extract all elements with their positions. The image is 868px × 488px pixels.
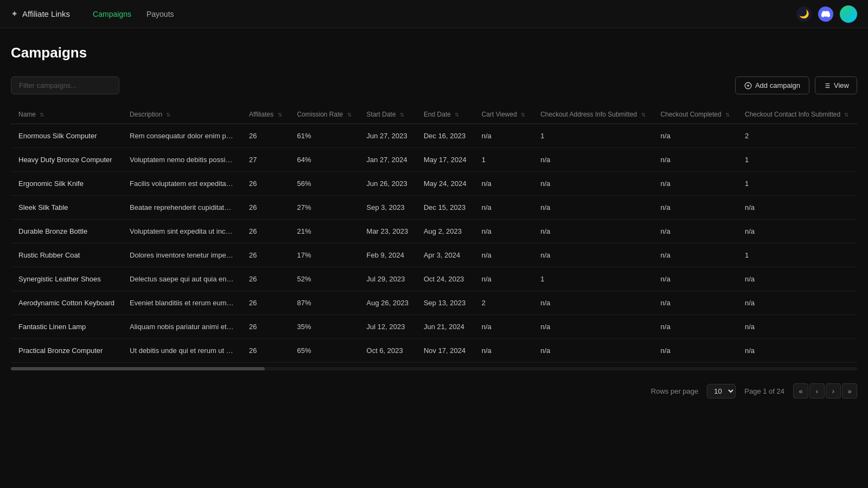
table-row[interactable]: Practical Bronze ComputerUt debitis unde… xyxy=(11,339,857,363)
cell-row7-col4: Aug 26, 2023 xyxy=(359,291,416,315)
cell-row9-col8: n/a xyxy=(653,339,737,363)
col-header-description[interactable]: Description ⇅ xyxy=(122,105,241,124)
cell-row6-col1: Delectus saepe qui aut quia enim facere … xyxy=(122,267,241,291)
col-header-end[interactable]: End Date ⇅ xyxy=(416,105,474,124)
nav-campaigns[interactable]: Campaigns xyxy=(86,7,138,22)
first-page-button[interactable]: « xyxy=(793,383,808,399)
table-row[interactable]: Rustic Rubber CoatDolores inventore tene… xyxy=(11,243,857,267)
cell-row3-col6: n/a xyxy=(474,196,533,220)
cell-row3-col7: n/a xyxy=(533,196,653,220)
cell-row4-col1: Voluptatem sint expedita ut incidunt vol… xyxy=(122,220,241,243)
main-content: Campaigns Add campaign View Name ⇅ Descr… xyxy=(0,28,868,409)
table-row[interactable]: Heavy Duty Bronze ComputerVoluptatem nem… xyxy=(11,148,857,172)
cell-row5-col1: Dolores inventore tenetur impedit simili… xyxy=(122,243,241,267)
sort-icon-start: ⇅ xyxy=(400,112,404,118)
scroll-thumb xyxy=(11,367,265,370)
cell-row2-col2: 26 xyxy=(241,172,289,196)
cell-row9-col6: n/a xyxy=(474,339,533,363)
filter-input[interactable] xyxy=(11,76,119,94)
cell-row9-col9: n/a xyxy=(737,339,856,363)
main-nav: Campaigns Payouts xyxy=(86,7,796,22)
add-campaign-button[interactable]: Add campaign xyxy=(735,76,809,94)
app-name: Affiliate Links xyxy=(22,9,70,18)
cell-row7-col10: n/a xyxy=(856,291,857,315)
cell-row0-col9: 2 xyxy=(737,124,856,148)
cell-row2-col4: Jun 26, 2023 xyxy=(359,172,416,196)
cell-row4-col0: Durable Bronze Bottle xyxy=(11,220,122,243)
page-navigation: « ‹ › » xyxy=(793,383,857,399)
add-campaign-label: Add campaign xyxy=(755,81,800,89)
table-header-row: Name ⇅ Description ⇅ Affiliates ⇅ Comiss… xyxy=(11,105,857,124)
table-row[interactable]: Durable Bronze BottleVoluptatem sint exp… xyxy=(11,220,857,243)
cell-row0-col1: Rem consequatur dolor enim perspiciatis … xyxy=(122,124,241,148)
table-row[interactable]: Fantastic Linen LampAliquam nobis pariat… xyxy=(11,315,857,339)
sort-icon-affiliates: ⇅ xyxy=(278,112,282,118)
table-row[interactable]: Ergonomic Silk KnifeFacilis voluptatem e… xyxy=(11,172,857,196)
col-header-name[interactable]: Name ⇅ xyxy=(11,105,122,124)
col-header-affiliates[interactable]: Affiliates ⇅ xyxy=(241,105,289,124)
cell-row5-col9: 1 xyxy=(737,243,856,267)
app-logo[interactable]: ✦ Affiliate Links xyxy=(11,9,70,19)
sort-icon-name: ⇅ xyxy=(40,112,44,118)
last-page-button[interactable]: » xyxy=(842,383,857,399)
cell-row3-col9: n/a xyxy=(737,196,856,220)
cell-row2-col10: n/a xyxy=(856,172,857,196)
toolbar: Add campaign View xyxy=(11,76,857,94)
sort-icon-end: ⇅ xyxy=(455,112,459,118)
next-page-button[interactable]: › xyxy=(826,383,841,399)
cell-row4-col4: Mar 23, 2023 xyxy=(359,220,416,243)
cell-row8-col6: n/a xyxy=(474,315,533,339)
cell-row2-col3: 56% xyxy=(290,172,359,196)
cell-row2-col6: n/a xyxy=(474,172,533,196)
cell-row3-col2: 26 xyxy=(241,196,289,220)
cell-row4-col3: 21% xyxy=(290,220,359,243)
cell-row4-col9: n/a xyxy=(737,220,856,243)
cell-row7-col0: Aerodynamic Cotton Keyboard xyxy=(11,291,122,315)
view-button[interactable]: View xyxy=(815,76,857,94)
rows-per-page-select[interactable]: 10 25 50 xyxy=(707,384,736,399)
cell-row1-col6: 1 xyxy=(474,148,533,172)
cell-row5-col2: 26 xyxy=(241,243,289,267)
cell-row0-col4: Jun 27, 2023 xyxy=(359,124,416,148)
discord-button[interactable] xyxy=(818,7,833,22)
header: ✦ Affiliate Links Campaigns Payouts 🌙 xyxy=(0,0,868,28)
cell-row6-col2: 26 xyxy=(241,267,289,291)
header-actions: 🌙 xyxy=(796,5,857,23)
cell-row0-col6: n/a xyxy=(474,124,533,148)
col-header-check[interactable]: Check xyxy=(856,105,857,124)
col-header-checkout-completed[interactable]: Checkout Completed ⇅ xyxy=(653,105,737,124)
sort-icon-completed: ⇅ xyxy=(725,112,730,118)
cell-row1-col3: 64% xyxy=(290,148,359,172)
cell-row4-col10: n/a xyxy=(856,220,857,243)
rows-per-page-label: Rows per page xyxy=(651,387,698,395)
cell-row8-col4: Jul 12, 2023 xyxy=(359,315,416,339)
col-header-commission[interactable]: Comission Rate ⇅ xyxy=(290,105,359,124)
cell-row0-col3: 61% xyxy=(290,124,359,148)
table-row[interactable]: Enormous Silk ComputerRem consequatur do… xyxy=(11,124,857,148)
table-row[interactable]: Synergistic Leather ShoesDelectus saepe … xyxy=(11,267,857,291)
table-row[interactable]: Sleek Silk TableBeatae reprehenderit cup… xyxy=(11,196,857,220)
col-header-start[interactable]: Start Date ⇅ xyxy=(359,105,416,124)
cell-row3-col3: 27% xyxy=(290,196,359,220)
sort-icon-cart: ⇅ xyxy=(521,112,525,118)
cell-row7-col3: 87% xyxy=(290,291,359,315)
horizontal-scrollbar[interactable] xyxy=(11,367,857,370)
cell-row6-col4: Jul 29, 2023 xyxy=(359,267,416,291)
cell-row5-col6: n/a xyxy=(474,243,533,267)
nav-payouts[interactable]: Payouts xyxy=(140,7,181,22)
col-header-cart-viewed[interactable]: Cart Viewed ⇅ xyxy=(474,105,533,124)
col-header-checkout-contact[interactable]: Checkout Contact Info Submitted ⇅ xyxy=(737,105,856,124)
theme-toggle-button[interactable]: 🌙 xyxy=(796,7,812,22)
cell-row0-col0: Enormous Silk Computer xyxy=(11,124,122,148)
cell-row1-col7: n/a xyxy=(533,148,653,172)
cell-row3-col10: n/a xyxy=(856,196,857,220)
cell-row7-col5: Sep 13, 2023 xyxy=(416,291,474,315)
user-avatar[interactable] xyxy=(840,5,857,23)
col-header-checkout-address[interactable]: Checkout Address Info Submitted ⇅ xyxy=(533,105,653,124)
prev-page-button[interactable]: ‹ xyxy=(809,383,825,399)
cell-row6-col5: Oct 24, 2023 xyxy=(416,267,474,291)
cell-row5-col7: n/a xyxy=(533,243,653,267)
cell-row6-col7: 1 xyxy=(533,267,653,291)
table-row[interactable]: Aerodynamic Cotton KeyboardEveniet bland… xyxy=(11,291,857,315)
cell-row7-col1: Eveniet blanditiis et rerum eum enim et … xyxy=(122,291,241,315)
